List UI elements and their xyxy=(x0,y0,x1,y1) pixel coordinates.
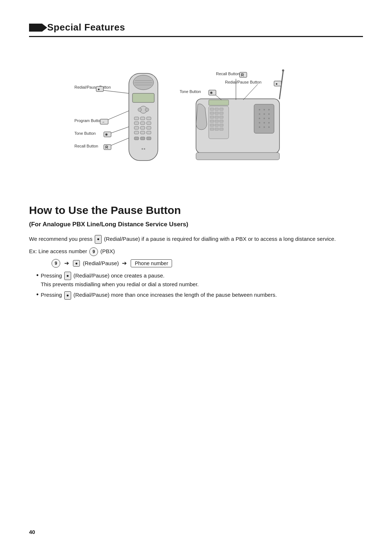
svg-point-28 xyxy=(259,109,260,110)
svg-point-25 xyxy=(144,148,145,150)
page-number: 40 xyxy=(29,529,35,535)
svg-rect-17 xyxy=(147,126,151,129)
svg-rect-50 xyxy=(210,116,214,118)
left-handset xyxy=(129,73,158,161)
svg-rect-14 xyxy=(147,122,151,125)
svg-text:✱: ✱ xyxy=(210,91,213,95)
svg-rect-19 xyxy=(140,131,145,134)
svg-point-32 xyxy=(264,113,265,115)
svg-text:Tone Button: Tone Button xyxy=(74,131,96,135)
svg-text:●: ● xyxy=(275,82,278,86)
svg-text:Recall Button: Recall Button xyxy=(74,144,98,148)
svg-rect-55 xyxy=(220,120,223,122)
svg-point-37 xyxy=(259,122,260,123)
svg-rect-11 xyxy=(147,117,151,120)
svg-point-7 xyxy=(138,108,142,112)
svg-rect-9 xyxy=(134,117,139,120)
svg-rect-49 xyxy=(220,112,223,114)
svg-point-42 xyxy=(268,126,270,128)
svg-rect-57 xyxy=(215,124,219,126)
svg-text:Tone Button: Tone Button xyxy=(180,89,201,94)
svg-point-39 xyxy=(268,122,270,123)
body-paragraph: We recommend you press ● (Redial/Pause) … xyxy=(29,235,363,244)
svg-text:●: ● xyxy=(98,87,100,91)
svg-point-34 xyxy=(259,118,260,119)
section-title: Special Features xyxy=(47,22,125,33)
bullet-text-1: Pressing ● (Redial/Pause) once creates a… xyxy=(41,271,363,289)
svg-point-31 xyxy=(259,113,260,115)
svg-point-36 xyxy=(268,118,270,119)
bullet-list: • Pressing ● (Redial/Pause) once creates… xyxy=(36,271,363,300)
svg-rect-23 xyxy=(147,137,151,140)
svg-rect-12 xyxy=(134,122,139,125)
svg-rect-46 xyxy=(220,108,223,110)
seq-9-icon: 9 xyxy=(52,259,60,268)
bullet-dot-1: • xyxy=(36,271,38,280)
svg-rect-51 xyxy=(215,116,219,118)
svg-rect-16 xyxy=(140,126,145,129)
svg-text:Redial/Pause Button: Redial/Pause Button xyxy=(225,80,261,84)
bullet-text-2: Pressing ● (Redial/Pause) more than once… xyxy=(41,291,363,299)
seq-redial-icon: ● xyxy=(73,260,80,267)
svg-rect-45 xyxy=(215,108,219,110)
example-line: Ex: Line access number 9 (PBX) xyxy=(29,247,363,256)
redial-icon-bullet1: ● xyxy=(64,272,71,280)
svg-rect-60 xyxy=(215,128,219,130)
svg-point-30 xyxy=(268,109,270,110)
svg-point-8 xyxy=(145,108,149,112)
svg-rect-53 xyxy=(210,120,214,122)
svg-rect-58 xyxy=(220,124,223,126)
svg-text:Recall Button: Recall Button xyxy=(216,72,240,76)
svg-point-38 xyxy=(264,122,265,123)
phone-number-box: Phone number xyxy=(131,259,172,267)
svg-point-40 xyxy=(259,126,260,128)
svg-text:R: R xyxy=(105,145,108,149)
seq-redial-label: (Redial/Pause) xyxy=(83,260,119,266)
svg-rect-62 xyxy=(209,100,229,105)
svg-rect-44 xyxy=(210,108,214,110)
svg-point-1 xyxy=(133,75,154,90)
svg-rect-61 xyxy=(220,128,223,130)
svg-line-86 xyxy=(243,84,258,100)
sub-heading: (For Analogue PBX Line/Long Distance Ser… xyxy=(29,221,363,228)
redial-icon-inline: ● xyxy=(95,235,102,243)
svg-point-41 xyxy=(264,126,265,128)
main-heading: How to Use the Pause Button xyxy=(29,204,363,216)
svg-rect-47 xyxy=(210,112,214,114)
svg-text:→: → xyxy=(101,120,105,124)
page-container: Special Features xyxy=(0,0,392,555)
svg-rect-22 xyxy=(140,137,145,140)
content-section: How to Use the Pause Button (For Analogu… xyxy=(29,204,363,300)
phone-diagram-svg: Redial/Pause Button ● Program Button → T… xyxy=(73,52,319,182)
svg-point-29 xyxy=(264,109,265,110)
svg-rect-21 xyxy=(134,137,139,140)
bullet-dot-2: • xyxy=(36,291,38,299)
svg-rect-56 xyxy=(210,124,214,126)
arrow-2: ➔ xyxy=(122,260,127,267)
svg-rect-13 xyxy=(140,122,145,125)
bullet-item-1: • Pressing ● (Redial/Pause) once creates… xyxy=(36,271,363,289)
section-header: Special Features xyxy=(29,22,363,37)
svg-rect-5 xyxy=(132,93,154,102)
arrow-1: ➔ xyxy=(64,260,69,267)
svg-rect-15 xyxy=(134,126,139,129)
redial-icon-bullet2: ● xyxy=(64,291,71,300)
number-9-icon: 9 xyxy=(89,247,98,256)
svg-rect-48 xyxy=(215,112,219,114)
svg-rect-59 xyxy=(210,128,214,130)
svg-rect-10 xyxy=(140,117,145,120)
svg-rect-54 xyxy=(215,120,219,122)
svg-point-24 xyxy=(142,148,143,150)
phone-diagram: Redial/Pause Button ● Program Button → T… xyxy=(29,52,363,190)
sequence-line: 9 ➔ ● (Redial/Pause) ➔ Phone number xyxy=(51,259,363,268)
svg-rect-52 xyxy=(220,116,223,118)
arrow-icon xyxy=(29,24,42,32)
svg-text:Redial/Pause Button: Redial/Pause Button xyxy=(74,85,111,89)
bullet-item-2: • Pressing ● (Redial/Pause) more than on… xyxy=(36,291,363,299)
svg-point-35 xyxy=(264,118,265,119)
svg-point-65 xyxy=(282,69,284,72)
svg-rect-18 xyxy=(134,131,139,134)
svg-rect-20 xyxy=(147,131,151,134)
svg-point-33 xyxy=(268,113,270,115)
svg-text:✱: ✱ xyxy=(105,133,108,137)
